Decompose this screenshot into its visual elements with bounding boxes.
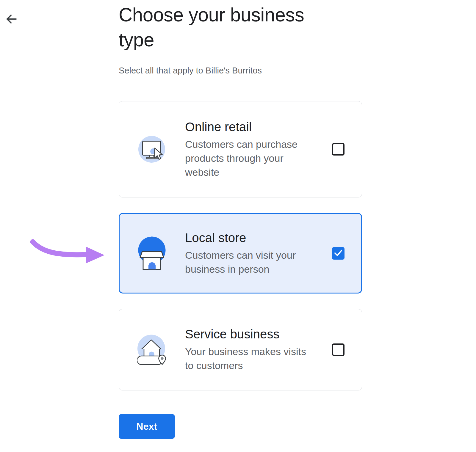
page-title: Choose your business type — [119, 2, 327, 52]
option-title: Local store — [185, 230, 296, 245]
option-local-store[interactable]: Local store Customers can visit your bus… — [119, 213, 362, 294]
online-retail-checkbox[interactable] — [332, 143, 345, 156]
option-description: Customers can visit your business in per… — [185, 248, 296, 276]
service-business-house-pin-icon — [137, 335, 166, 365]
business-type-options: Online retail Customers can purchase pro… — [119, 101, 375, 390]
option-description: Customers can purchase products through … — [185, 137, 298, 179]
option-online-retail[interactable]: Online retail Customers can purchase pro… — [119, 101, 362, 197]
arrow-left-back-icon — [5, 12, 18, 26]
option-text: Online retail Customers can purchase pro… — [185, 120, 298, 179]
service-business-checkbox[interactable] — [332, 343, 345, 356]
local-store-storefront-icon — [137, 236, 166, 270]
online-retail-monitor-cursor-icon — [137, 136, 166, 163]
local-store-checkbox[interactable] — [332, 247, 345, 260]
option-text: Service business Your business makes vis… — [185, 327, 306, 373]
checkmark-icon — [332, 247, 345, 260]
option-title: Online retail — [185, 120, 298, 134]
option-service-business[interactable]: Service business Your business makes vis… — [119, 309, 362, 390]
option-title: Service business — [185, 327, 306, 342]
page-subtitle: Select all that apply to Billie's Burrit… — [119, 65, 375, 76]
option-description: Your business makes visits to customers — [185, 345, 306, 373]
business-type-page: Choose your business type Select all tha… — [0, 0, 476, 452]
purple-arrow-icon — [29, 236, 108, 267]
next-button[interactable]: Next — [119, 414, 175, 439]
option-text: Local store Customers can visit your bus… — [185, 230, 296, 276]
back-button[interactable] — [4, 11, 19, 27]
